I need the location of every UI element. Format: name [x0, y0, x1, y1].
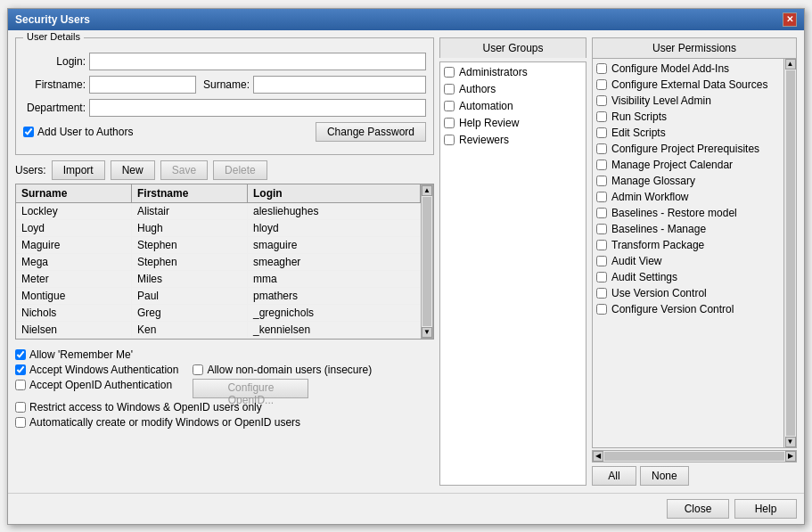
add-user-checkbox[interactable] [23, 127, 34, 137]
col-firstname-header: Firstname [132, 184, 248, 202]
h-scroll-right[interactable]: ▶ [785, 451, 796, 462]
cell-login: pmathers [248, 288, 421, 304]
permissions-scrollbar[interactable]: ▲ ▼ [783, 59, 796, 447]
group-label: Help Review [459, 117, 519, 129]
h-scroll-thumb[interactable] [604, 452, 784, 461]
cell-firstname: Hugh [132, 220, 248, 236]
permission-checkbox[interactable] [596, 160, 607, 170]
table-row[interactable]: Lockley Alistair alesliehughes [16, 203, 421, 220]
user-details-title: User Details [23, 31, 84, 42]
cell-login: _kennielsen [248, 322, 421, 338]
group-checkbox[interactable] [444, 135, 455, 145]
col-surname-header: Surname [16, 184, 132, 202]
permission-checkbox[interactable] [596, 127, 607, 138]
cell-firstname: Ken [132, 322, 248, 338]
cell-surname: Maguire [16, 237, 132, 253]
permission-label: Use Version Control [611, 287, 707, 299]
permission-checkbox[interactable] [596, 111, 607, 122]
perm-scroll-down[interactable]: ▼ [785, 437, 796, 447]
restrict-access-item: Restrict access to Windows & OpenID user… [15, 401, 434, 413]
save-button[interactable]: Save [160, 160, 208, 180]
perm-scroll-up[interactable]: ▲ [785, 59, 796, 70]
permission-checkbox[interactable] [596, 256, 607, 266]
table-row[interactable]: Nichols Greg _gregnichols [16, 305, 421, 322]
accept-windows-item: Accept Windows Authentication [15, 364, 178, 376]
permission-label: Admin Workflow [611, 191, 688, 203]
table-row[interactable]: Loyd Hugh hloyd [16, 220, 421, 237]
scroll-down-arrow[interactable]: ▼ [422, 327, 432, 338]
close-button[interactable]: ✕ [783, 12, 797, 27]
add-user-check-item: Add User to Authors [23, 126, 133, 138]
scroll-thumb[interactable] [422, 197, 431, 326]
permission-checkbox[interactable] [596, 272, 607, 282]
table-row[interactable]: Montigue Paul pmathers [16, 288, 421, 305]
restrict-access-checkbox[interactable] [15, 402, 26, 413]
h-scroll-left[interactable]: ◀ [593, 451, 603, 462]
left-panel: User Details Login: Firstname: Surname: … [15, 37, 434, 486]
firstname-input[interactable] [89, 76, 196, 94]
accept-windows-checkbox[interactable] [15, 364, 26, 375]
user-groups-list: Administrators Authors Automation Help R… [439, 61, 586, 486]
permission-checkbox[interactable] [596, 79, 607, 90]
cell-surname: Nichols [16, 305, 132, 321]
import-button[interactable]: Import [52, 160, 105, 180]
permission-item: Transform Package [596, 239, 780, 251]
cell-surname: Lockley [16, 203, 132, 219]
cell-firstname: Paul [132, 288, 248, 304]
vertical-scrollbar[interactable]: ▲ ▼ [421, 184, 433, 339]
new-button[interactable]: New [111, 160, 155, 180]
permission-item: Manage Glossary [596, 175, 780, 187]
group-checkbox[interactable] [444, 67, 455, 78]
cell-firstname: Stephen [132, 254, 248, 270]
login-input[interactable] [89, 53, 426, 70]
scroll-up-arrow[interactable]: ▲ [422, 185, 432, 196]
table-row[interactable]: Mega Stephen smeagher [16, 254, 421, 271]
cell-login: alesliehughes [248, 203, 421, 219]
cell-login: _gregnichols [248, 305, 421, 321]
permission-label: Configure Project Prerequisites [611, 143, 759, 155]
accept-openid-checkbox[interactable] [15, 380, 26, 390]
none-button[interactable]: None [640, 466, 689, 486]
perm-scroll-thumb[interactable] [786, 70, 795, 436]
group-checkbox[interactable] [444, 118, 455, 128]
permission-checkbox[interactable] [596, 192, 607, 202]
permission-checkbox[interactable] [596, 224, 607, 234]
configure-openid-button[interactable]: Configure OpenID... [193, 379, 308, 398]
permission-checkbox[interactable] [596, 288, 607, 299]
permission-item: Audit Settings [596, 271, 780, 283]
table-row[interactable]: Meter Miles mma [16, 271, 421, 288]
permission-label: Edit Scripts [611, 127, 666, 139]
auto-create-checkbox[interactable] [15, 417, 26, 428]
permission-label: Manage Glossary [611, 175, 695, 187]
permission-checkbox[interactable] [596, 95, 607, 106]
delete-button[interactable]: Delete [213, 160, 267, 180]
permission-checkbox[interactable] [596, 208, 607, 218]
department-input[interactable] [89, 99, 426, 117]
group-label: Administrators [459, 66, 528, 78]
allow-remember-checkbox[interactable] [15, 349, 26, 360]
group-checkbox[interactable] [444, 101, 455, 111]
users-table-container: Surname Firstname Login Lockley Alistair… [15, 184, 434, 340]
permission-item: Audit View [596, 255, 780, 267]
permission-checkbox[interactable] [596, 176, 607, 186]
cell-surname: Nielsen [16, 322, 132, 338]
add-user-row: Add User to Authors Change Password [23, 122, 426, 142]
all-button[interactable]: All [592, 466, 636, 486]
permission-checkbox[interactable] [596, 63, 607, 74]
permission-checkbox[interactable] [596, 240, 607, 250]
allow-non-domain-checkbox[interactable] [193, 364, 203, 375]
table-header: Surname Firstname Login [16, 184, 421, 203]
table-row[interactable]: Nielsen Ken _kennielsen [16, 322, 421, 339]
change-password-button[interactable]: Change Password [316, 122, 426, 142]
permission-checkbox[interactable] [596, 304, 607, 315]
help-button[interactable]: Help [734, 499, 797, 519]
table-row[interactable]: Maguire Stephen smaguire [16, 237, 421, 254]
surname-input[interactable] [253, 76, 426, 94]
permissions-h-scroll[interactable]: ◀ ▶ [592, 450, 797, 462]
user-details-group: User Details Login: Firstname: Surname: … [15, 37, 434, 155]
auto-create-item: Automatically create or modify Windows o… [15, 416, 434, 429]
close-button[interactable]: Close [667, 499, 729, 519]
group-checkbox[interactable] [444, 84, 455, 94]
permission-checkbox[interactable] [596, 143, 607, 154]
permission-item: Baselines - Manage [596, 223, 780, 235]
